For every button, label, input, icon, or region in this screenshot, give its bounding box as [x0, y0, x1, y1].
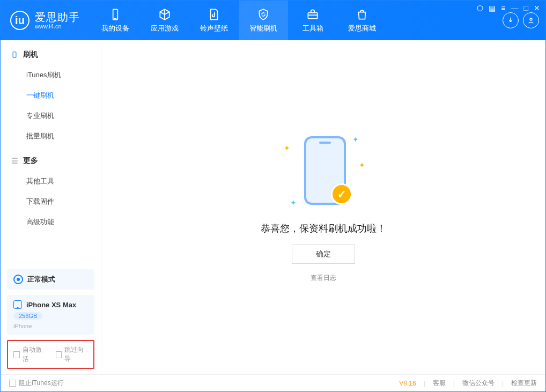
device-name-label: iPhone XS Max [26, 301, 76, 309]
tab-label: 工具箱 [302, 24, 323, 33]
maximize-icon[interactable]: □ [524, 4, 528, 12]
shield-refresh-icon [256, 8, 270, 21]
checkbox-block-itunes[interactable]: 阻止iTunes运行 [9, 379, 64, 388]
phone-outline-icon [10, 50, 19, 59]
checkbox-icon [56, 351, 62, 358]
shopping-bag-icon [355, 8, 369, 21]
sparkle-icon: ✦ [359, 161, 365, 169]
window-controls: ⬡ ▤ ≡ — □ ✕ [477, 4, 540, 12]
checkbox-icon [9, 380, 16, 387]
svg-rect-4 [13, 52, 16, 58]
section-title: 刷机 [23, 50, 38, 60]
device-icon [13, 300, 22, 309]
main-content: ✦ ✦ ✦ ✦ ✓ 恭喜您，保资料刷机成功啦！ 确定 查看日志 [101, 40, 545, 374]
ok-button[interactable]: 确定 [292, 245, 355, 264]
sidebar-item-advanced[interactable]: 高级功能 [1, 212, 101, 232]
checkbox-label: 阻止iTunes运行 [19, 379, 64, 388]
sidebar-item-download-firmware[interactable]: 下载固件 [1, 191, 101, 212]
device-icon [108, 8, 122, 21]
sidebar-section-flash: 刷机 [1, 40, 101, 65]
user-button[interactable] [523, 12, 539, 28]
app-url: www.i4.cn [35, 23, 80, 29]
body: 刷机 iTunes刷机 一键刷机 专业刷机 批量刷机 ☰ 更多 其他工具 下载固… [1, 40, 545, 374]
tab-ringtones-wallpapers[interactable]: 铃声壁纸 [189, 1, 239, 40]
checkbox-label: 跳过向导 [64, 345, 88, 364]
link-support[interactable]: 客服 [433, 379, 446, 388]
tab-toolbox[interactable]: 工具箱 [288, 1, 337, 40]
menu-icon[interactable]: ≡ [501, 4, 505, 12]
success-message: 恭喜您，保资料刷机成功啦！ [261, 222, 386, 235]
sidebar: 刷机 iTunes刷机 一键刷机 专业刷机 批量刷机 ☰ 更多 其他工具 下载固… [1, 40, 101, 374]
sidebar-item-pro-flash[interactable]: 专业刷机 [1, 106, 101, 126]
app-title: 爱思助手 [35, 11, 80, 23]
tab-store[interactable]: 爱思商城 [337, 1, 387, 40]
logo-area: iu 爱思助手 www.i4.cn [1, 1, 91, 40]
sparkle-icon: ✦ [352, 135, 359, 144]
options-highlight-box: 自动激活 跳过向导 [7, 340, 94, 369]
music-file-icon [207, 8, 221, 21]
minimize-icon[interactable]: — [511, 4, 519, 12]
device-capacity: 256GB [13, 312, 42, 320]
link-wechat[interactable]: 微信公众号 [462, 379, 495, 388]
svg-rect-2 [308, 13, 317, 19]
version-label: V8.16 [399, 380, 416, 387]
sidebar-item-batch-flash[interactable]: 批量刷机 [1, 126, 101, 146]
sidebar-section-more: ☰ 更多 [1, 146, 101, 171]
tab-apps-games[interactable]: 应用游戏 [140, 1, 189, 40]
sparkle-icon: ✦ [290, 198, 297, 207]
checkbox-skip-wizard[interactable]: 跳过向导 [56, 345, 88, 364]
tab-label: 铃声壁纸 [200, 24, 228, 33]
list-icon[interactable]: ▤ [489, 4, 496, 12]
tab-smart-flash[interactable]: 智能刷机 [239, 1, 288, 40]
device-card[interactable]: iPhone XS Max 256GB iPhone [7, 295, 94, 335]
tshirt-icon[interactable]: ⬡ [477, 4, 483, 12]
check-badge-icon: ✓ [331, 183, 352, 205]
more-icon: ☰ [10, 157, 19, 165]
logo-icon: iu [10, 11, 29, 30]
svg-point-3 [530, 18, 532, 20]
header: iu 爱思助手 www.i4.cn 我的设备 应用游戏 铃声壁纸 智能刷机 [1, 1, 545, 40]
app-window: ⬡ ▤ ≡ — □ ✕ iu 爱思助手 www.i4.cn 我的设备 应用游戏 [0, 0, 546, 392]
view-log-link[interactable]: 查看日志 [311, 273, 336, 283]
device-type: iPhone [13, 323, 88, 329]
tab-label: 应用游戏 [151, 24, 179, 33]
tab-label: 智能刷机 [249, 24, 277, 33]
success-illustration: ✦ ✦ ✦ ✦ ✓ [281, 132, 366, 212]
mode-label: 正常模式 [27, 275, 55, 284]
tab-label: 我的设备 [101, 24, 129, 33]
sidebar-item-itunes-flash[interactable]: iTunes刷机 [1, 65, 101, 85]
checkbox-icon [13, 351, 20, 358]
cube-icon [158, 8, 172, 21]
status-bar: 阻止iTunes运行 V8.16 | 客服 | 微信公众号 | 检查更新 [1, 374, 545, 391]
section-title: 更多 [23, 156, 38, 166]
toolbox-icon [306, 8, 320, 21]
sidebar-bottom: 正常模式 iPhone XS Max 256GB iPhone 自动激活 [1, 269, 101, 374]
mode-icon [13, 275, 23, 284]
link-check-update[interactable]: 检查更新 [511, 379, 537, 388]
download-button[interactable] [503, 12, 519, 28]
sidebar-item-other-tools[interactable]: 其他工具 [1, 171, 101, 191]
top-tabs: 我的设备 应用游戏 铃声壁纸 智能刷机 工具箱 爱思商城 [91, 1, 387, 40]
mode-card[interactable]: 正常模式 [7, 269, 94, 290]
checkbox-label: 自动激活 [23, 345, 46, 364]
tab-label: 爱思商城 [348, 24, 376, 33]
tab-my-device[interactable]: 我的设备 [91, 1, 140, 40]
sidebar-item-oneclick-flash[interactable]: 一键刷机 [1, 85, 101, 106]
close-icon[interactable]: ✕ [534, 4, 540, 12]
checkbox-auto-activate[interactable]: 自动激活 [13, 345, 46, 364]
sparkle-icon: ✦ [284, 144, 290, 152]
